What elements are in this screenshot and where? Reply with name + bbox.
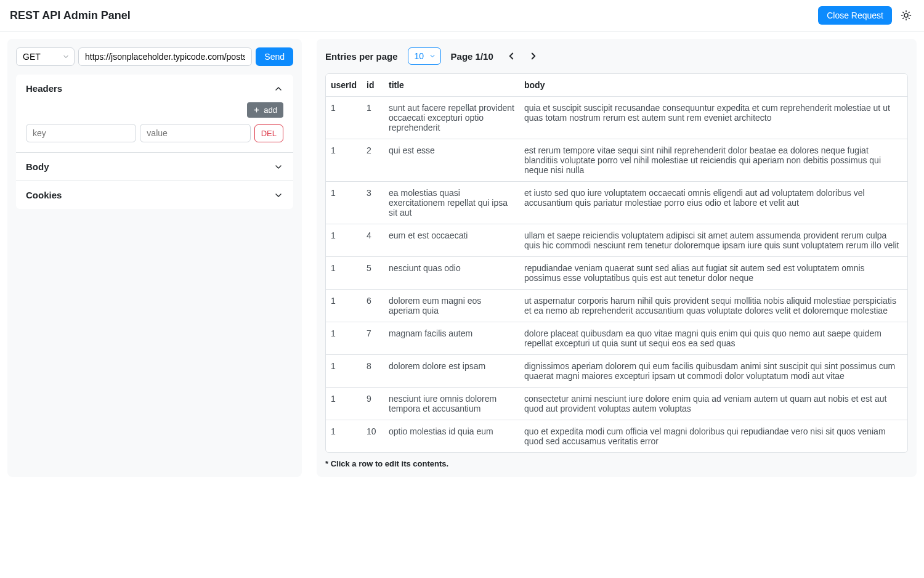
table-cell: magnam facilis autem [384, 322, 519, 355]
table-row[interactable]: 15nesciunt quas odiorepudiandae veniam q… [326, 257, 907, 290]
table-row[interactable]: 110optio molestias id quia eumquo et exp… [326, 420, 907, 453]
svg-line-4 [909, 18, 909, 18]
table-cell: 6 [362, 290, 384, 322]
edit-hint: * Click a row to edit its contents. [325, 459, 908, 468]
table-row[interactable]: 12qui est esseest rerum tempore vitae se… [326, 139, 907, 182]
table-row[interactable]: 16dolorem eum magni eos aperiam quiaut a… [326, 290, 907, 322]
svg-point-0 [904, 14, 908, 17]
table-cell: nesciunt iure omnis dolorem tempora et a… [384, 388, 519, 420]
svg-line-8 [909, 12, 909, 13]
accordion-headers-body: add DEL [16, 102, 293, 152]
table-cell: dolore placeat quibusdam ea quo vitae ma… [519, 322, 907, 355]
table-cell: 1 [326, 355, 362, 388]
app-title: REST API Admin Panel [10, 9, 131, 22]
table-cell: dolorem dolore est ipsam [384, 355, 519, 388]
page-size-select[interactable]: 5102550 [408, 47, 441, 65]
method-select[interactable]: GETPOSTPUTPATCHDELETE [16, 47, 75, 66]
table-cell: quo et expedita modi cum officia vel mag… [519, 420, 907, 453]
table-cell: 7 [362, 322, 384, 355]
column-header: title [384, 74, 519, 97]
accordion-cookies-toggle[interactable]: Cookies [16, 181, 293, 209]
url-input[interactable] [78, 47, 252, 66]
table-row[interactable]: 11sunt aut facere repellat provident occ… [326, 97, 907, 139]
table-row[interactable]: 13ea molestias quasi exercitationem repe… [326, 182, 907, 224]
table-cell: optio molestias id quia eum [384, 420, 519, 453]
table-cell: 8 [362, 355, 384, 388]
table-row[interactable]: 17magnam facilis autemdolore placeat qui… [326, 322, 907, 355]
table-cell: 2 [362, 139, 384, 182]
sun-icon [901, 10, 912, 21]
table-cell: 9 [362, 388, 384, 420]
table-cell: 5 [362, 257, 384, 290]
chevron-up-icon [274, 84, 283, 94]
svg-line-7 [903, 18, 904, 18]
table-cell: ut aspernatur corporis harum nihil quis … [519, 290, 907, 322]
table-cell: 1 [326, 139, 362, 182]
table-cell: repudiandae veniam quaerat sunt sed alia… [519, 257, 907, 290]
table-cell: ullam et saepe reiciendis voluptatem adi… [519, 224, 907, 257]
add-header-label: add [264, 105, 277, 115]
table-cell: dolorem eum magni eos aperiam quia [384, 290, 519, 322]
accordion-headers-label: Headers [26, 83, 62, 94]
column-header: id [362, 74, 384, 97]
chevron-left-icon [506, 51, 517, 62]
table-cell: 1 [326, 97, 362, 139]
table-cell: 1 [362, 97, 384, 139]
table-cell: et iusto sed quo iure voluptatem occaeca… [519, 182, 907, 224]
column-header: userId [326, 74, 362, 97]
table-cell: 3 [362, 182, 384, 224]
request-panel: GETPOSTPUTPATCHDELETE Send Headers [7, 39, 302, 477]
table-row[interactable]: 18dolorem dolore est ipsamdignissimos ap… [326, 355, 907, 388]
table-cell: 1 [326, 182, 362, 224]
next-page-button[interactable] [525, 48, 541, 64]
table-cell: sunt aut facere repellat provident occae… [384, 97, 519, 139]
page-indicator: Page 1/10 [451, 51, 493, 62]
table-cell: ea molestias quasi exercitationem repell… [384, 182, 519, 224]
theme-toggle-button[interactable] [898, 7, 914, 23]
send-button[interactable]: Send [256, 47, 293, 66]
entries-per-page-label: Entries per page [325, 51, 398, 62]
results-table: userIdidtitlebody 11sunt aut facere repe… [326, 74, 907, 452]
table-row[interactable]: 19nesciunt iure omnis dolorem tempora et… [326, 388, 907, 420]
table-row[interactable]: 14eum et est occaecatiullam et saepe rei… [326, 224, 907, 257]
table-cell: 1 [326, 322, 362, 355]
svg-line-3 [903, 12, 904, 13]
table-cell: 1 [326, 290, 362, 322]
accordion-body-toggle[interactable]: Body [16, 153, 293, 181]
topbar: REST API Admin Panel Close Request [0, 0, 924, 31]
table-cell: eum et est occaecati [384, 224, 519, 257]
table-cell: 1 [326, 388, 362, 420]
add-header-button[interactable]: add [247, 102, 283, 118]
accordion-headers-toggle[interactable]: Headers [16, 75, 293, 102]
table-cell: 1 [326, 224, 362, 257]
plus-icon [253, 107, 260, 113]
table-cell: 10 [362, 420, 384, 453]
header-value-input[interactable] [140, 124, 250, 142]
prev-page-button[interactable] [503, 48, 519, 64]
table-cell: 1 [326, 420, 362, 453]
chevron-down-icon [274, 162, 283, 172]
close-request-button[interactable]: Close Request [818, 6, 892, 25]
accordion-cookies-label: Cookies [26, 190, 62, 200]
chevron-right-icon [528, 51, 539, 62]
results-panel: Entries per page 5102550 Page 1/10 [317, 39, 917, 477]
table-cell: 4 [362, 224, 384, 257]
chevron-down-icon [274, 190, 283, 200]
delete-header-button[interactable]: DEL [254, 124, 283, 142]
header-key-input[interactable] [26, 124, 136, 142]
table-cell: quia et suscipit suscipit recusandae con… [519, 97, 907, 139]
table-cell: est rerum tempore vitae sequi sint nihil… [519, 139, 907, 182]
header-kv-row: DEL [26, 124, 283, 142]
table-cell: dignissimos aperiam dolorem qui eum faci… [519, 355, 907, 388]
table-cell: consectetur animi nesciunt iure dolore e… [519, 388, 907, 420]
table-cell: 1 [326, 257, 362, 290]
column-header: body [519, 74, 907, 97]
table-cell: qui est esse [384, 139, 519, 182]
accordion-body-label: Body [26, 161, 49, 172]
table-cell: nesciunt quas odio [384, 257, 519, 290]
